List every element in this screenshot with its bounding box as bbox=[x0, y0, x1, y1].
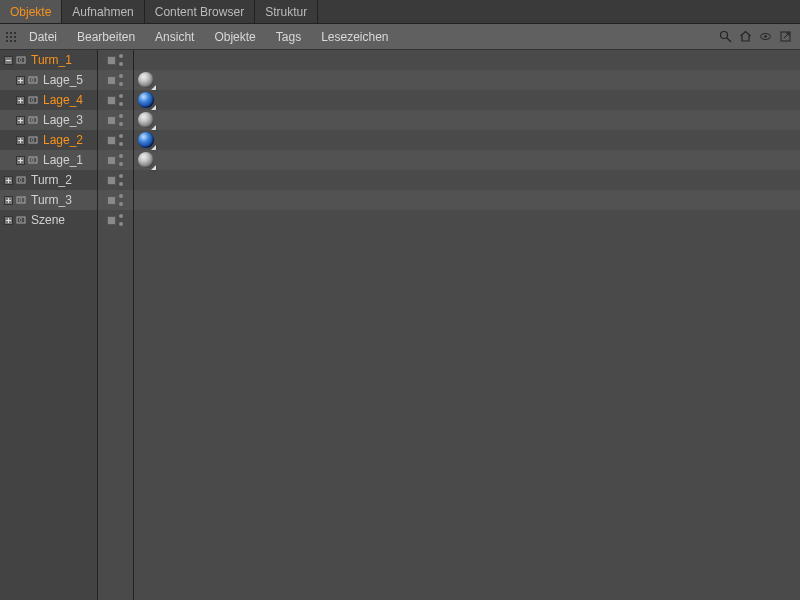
svg-text:0: 0 bbox=[19, 57, 23, 63]
tree-row[interactable]: 0Turm_1 bbox=[0, 50, 97, 70]
svg-point-3 bbox=[6, 36, 8, 38]
object-label[interactable]: Lage_3 bbox=[43, 113, 83, 127]
editor-render-dots[interactable] bbox=[119, 54, 125, 66]
material-tag-icon[interactable] bbox=[138, 132, 154, 148]
undock-icon[interactable] bbox=[778, 30, 792, 44]
visibility-row bbox=[98, 150, 133, 170]
home-icon[interactable] bbox=[738, 30, 752, 44]
tags-row bbox=[134, 90, 800, 110]
visibility-row bbox=[98, 170, 133, 190]
visibility-row bbox=[98, 110, 133, 130]
eye-icon[interactable] bbox=[758, 30, 772, 44]
tree-row[interactable]: 0Turm_2 bbox=[0, 170, 97, 190]
svg-point-6 bbox=[6, 40, 8, 42]
null-object-icon: 0 bbox=[27, 154, 41, 166]
expander-icon[interactable] bbox=[16, 116, 25, 125]
svg-point-1 bbox=[10, 32, 12, 34]
menu-edit[interactable]: Bearbeiten bbox=[68, 27, 144, 47]
object-label[interactable]: Lage_2 bbox=[43, 133, 83, 147]
editor-render-dots[interactable] bbox=[119, 174, 125, 186]
object-manager-menubar: Datei Bearbeiten Ansicht Objekte Tags Le… bbox=[0, 24, 800, 50]
layer-visibility-toggle[interactable] bbox=[107, 196, 116, 205]
layer-visibility-toggle[interactable] bbox=[107, 156, 116, 165]
object-label[interactable]: Turm_1 bbox=[31, 53, 72, 67]
search-icon[interactable] bbox=[718, 30, 732, 44]
tags-row bbox=[134, 70, 800, 90]
editor-render-dots[interactable] bbox=[119, 94, 125, 106]
material-tag-icon[interactable] bbox=[138, 92, 154, 108]
editor-render-dots[interactable] bbox=[119, 194, 125, 206]
layer-visibility-toggle[interactable] bbox=[107, 176, 116, 185]
menu-view[interactable]: Ansicht bbox=[146, 27, 203, 47]
visibility-column bbox=[98, 50, 134, 600]
visibility-row bbox=[98, 70, 133, 90]
object-label[interactable]: Szene bbox=[31, 213, 65, 227]
tree-row[interactable]: 0Lage_3 bbox=[0, 110, 97, 130]
tags-row bbox=[134, 210, 800, 230]
tree-row[interactable]: 0Szene bbox=[0, 210, 97, 230]
editor-render-dots[interactable] bbox=[119, 74, 125, 86]
menu-objects[interactable]: Objekte bbox=[205, 27, 264, 47]
svg-point-0 bbox=[6, 32, 8, 34]
editor-render-dots[interactable] bbox=[119, 154, 125, 166]
layer-visibility-toggle[interactable] bbox=[107, 136, 116, 145]
null-object-icon: 0 bbox=[15, 194, 29, 206]
layer-visibility-toggle[interactable] bbox=[107, 96, 116, 105]
layer-visibility-toggle[interactable] bbox=[107, 76, 116, 85]
object-label[interactable]: Turm_2 bbox=[31, 173, 72, 187]
null-object-icon: 0 bbox=[27, 94, 41, 106]
svg-text:0: 0 bbox=[31, 117, 35, 123]
svg-text:0: 0 bbox=[19, 197, 23, 203]
tab-label: Content Browser bbox=[155, 5, 244, 19]
menu-bookmarks[interactable]: Lesezeichen bbox=[312, 27, 397, 47]
expander-icon[interactable] bbox=[4, 56, 13, 65]
null-object-icon: 0 bbox=[27, 74, 41, 86]
object-label[interactable]: Turm_3 bbox=[31, 193, 72, 207]
tree-row[interactable]: 0Lage_2 bbox=[0, 130, 97, 150]
layer-visibility-toggle[interactable] bbox=[107, 116, 116, 125]
editor-render-dots[interactable] bbox=[119, 214, 125, 226]
material-tag-icon[interactable] bbox=[138, 72, 154, 88]
layer-visibility-toggle[interactable] bbox=[107, 216, 116, 225]
tab-label: Struktur bbox=[265, 5, 307, 19]
expander-icon[interactable] bbox=[16, 76, 25, 85]
expander-icon[interactable] bbox=[16, 136, 25, 145]
expander-icon[interactable] bbox=[4, 216, 13, 225]
expander-icon[interactable] bbox=[4, 176, 13, 185]
editor-render-dots[interactable] bbox=[119, 114, 125, 126]
object-label[interactable]: Lage_1 bbox=[43, 153, 83, 167]
material-tag-icon[interactable] bbox=[138, 152, 154, 168]
tab-objects[interactable]: Objekte bbox=[0, 0, 62, 23]
svg-point-12 bbox=[764, 35, 767, 38]
svg-text:0: 0 bbox=[31, 137, 35, 143]
layer-visibility-toggle[interactable] bbox=[107, 56, 116, 65]
expander-icon[interactable] bbox=[4, 196, 13, 205]
expander-icon[interactable] bbox=[16, 96, 25, 105]
menu-tags[interactable]: Tags bbox=[267, 27, 310, 47]
menu-file[interactable]: Datei bbox=[20, 27, 66, 47]
expander-icon[interactable] bbox=[16, 156, 25, 165]
grip-icon[interactable] bbox=[4, 30, 18, 44]
tab-structure[interactable]: Struktur bbox=[255, 0, 318, 23]
tab-takes[interactable]: Aufnahmen bbox=[62, 0, 144, 23]
null-object-icon: 0 bbox=[15, 174, 29, 186]
tree-row[interactable]: 0Lage_4 bbox=[0, 90, 97, 110]
svg-point-9 bbox=[720, 32, 727, 39]
object-label[interactable]: Lage_4 bbox=[43, 93, 83, 107]
tags-row bbox=[134, 130, 800, 150]
svg-text:0: 0 bbox=[31, 77, 35, 83]
tab-label: Aufnahmen bbox=[72, 5, 133, 19]
tags-row bbox=[134, 190, 800, 210]
tab-content-browser[interactable]: Content Browser bbox=[145, 0, 255, 23]
material-tag-icon[interactable] bbox=[138, 112, 154, 128]
visibility-row bbox=[98, 50, 133, 70]
tree-row[interactable]: 0Lage_5 bbox=[0, 70, 97, 90]
svg-line-10 bbox=[727, 38, 731, 42]
null-object-icon: 0 bbox=[15, 214, 29, 226]
tree-row[interactable]: 0Turm_3 bbox=[0, 190, 97, 210]
object-manager-body: 0Turm_10Lage_50Lage_40Lage_30Lage_20Lage… bbox=[0, 50, 800, 600]
svg-point-2 bbox=[14, 32, 16, 34]
object-label[interactable]: Lage_5 bbox=[43, 73, 83, 87]
editor-render-dots[interactable] bbox=[119, 134, 125, 146]
tree-row[interactable]: 0Lage_1 bbox=[0, 150, 97, 170]
